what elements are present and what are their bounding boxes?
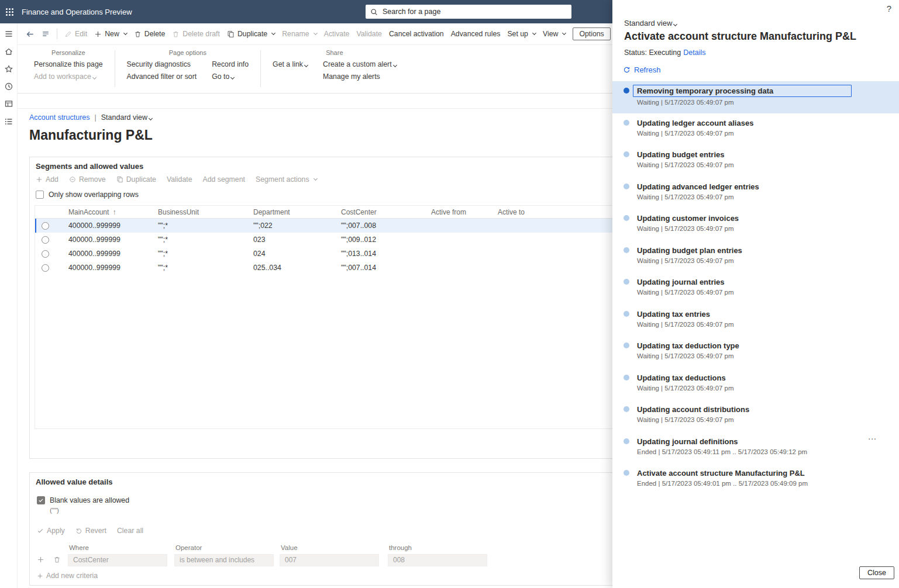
back-button[interactable] — [26, 30, 35, 39]
security-diagnostics-button[interactable]: Security diagnostics — [127, 60, 197, 68]
row-radio[interactable] — [42, 264, 49, 272]
task-item[interactable]: Updating budget entriesWaiting | 5/17/20… — [612, 145, 899, 177]
task-item[interactable]: Updating tax deductionsWaiting | 5/17/20… — [612, 368, 899, 400]
task-item[interactable]: Updating tax entriesWaiting | 5/17/2023 … — [612, 305, 899, 337]
remove-button[interactable]: Remove — [69, 175, 106, 184]
delete-button[interactable]: Delete — [134, 30, 166, 38]
task-status-dot — [624, 343, 629, 348]
options-button[interactable]: Options — [573, 27, 610, 40]
view-button[interactable]: View — [543, 30, 566, 38]
record-info-button[interactable]: Record info — [212, 60, 249, 68]
apply-button[interactable]: Apply — [37, 527, 65, 535]
validate-structure-button[interactable]: Validate — [167, 175, 192, 184]
sort-ascending-icon: ↑ — [112, 208, 116, 216]
create-custom-alert-button[interactable]: Create a custom alert — [323, 60, 397, 68]
duplicate-row-button[interactable]: Duplicate — [116, 175, 156, 184]
set-up-button[interactable]: Set up — [507, 30, 536, 38]
overlap-checkbox[interactable] — [36, 191, 44, 199]
column-header-mainaccount[interactable]: MainAccount↑ — [68, 208, 158, 216]
cell-costcenter: "";007..008 — [341, 222, 431, 230]
advanced-rules-button[interactable]: Advanced rules — [451, 30, 501, 38]
task-status-dot — [624, 470, 629, 476]
trash-icon — [134, 30, 142, 38]
add-new-criteria-button[interactable]: Add new criteria — [37, 572, 98, 580]
criteria-through-field[interactable]: 008 — [388, 554, 487, 566]
add-to-workspace-button[interactable]: Add to workspace — [34, 72, 103, 81]
column-header-department[interactable]: Department — [253, 208, 341, 216]
task-list-button[interactable] — [42, 30, 50, 38]
column-header-businessunit[interactable]: BusinessUnit — [158, 208, 253, 216]
recent-clock-icon[interactable] — [4, 82, 13, 91]
clear-all-button[interactable]: Clear all — [117, 527, 143, 535]
row-radio[interactable] — [42, 250, 49, 258]
details-link[interactable]: Details — [683, 49, 705, 57]
activate-button[interactable]: Activate — [324, 30, 350, 38]
revert-button[interactable]: Revert — [75, 527, 106, 535]
chevron-down-icon — [314, 177, 318, 181]
criteria-value-field[interactable]: 007 — [280, 554, 379, 566]
waffle-icon — [6, 8, 13, 16]
personalize-this-page-button[interactable]: Personalize this page — [34, 60, 103, 68]
segment-actions-button[interactable]: Segment actions — [256, 175, 317, 184]
modules-list-icon[interactable] — [4, 117, 13, 126]
task-item[interactable]: Updating journal definitionsEnded | 5/17… — [612, 432, 899, 464]
nav-menu-icon[interactable] — [4, 29, 13, 39]
close-button[interactable]: Close — [859, 566, 894, 579]
task-status-dot — [624, 279, 629, 285]
task-item[interactable]: Updating customer invoicesWaiting | 5/17… — [612, 209, 899, 241]
copy-icon — [227, 30, 235, 38]
cell-mainaccount: 400000..999999 — [68, 250, 158, 258]
go-to-button[interactable]: Go to — [212, 72, 249, 81]
row-radio[interactable] — [42, 236, 49, 244]
breadcrumb-account-structures-link[interactable]: Account structures — [29, 113, 90, 122]
new-button[interactable]: New — [94, 30, 127, 38]
task-item[interactable]: Updating account distributionsWaiting | … — [612, 400, 899, 432]
task-item[interactable]: Updating tax deduction typeWaiting | 5/1… — [612, 336, 899, 368]
validate-button[interactable]: Validate — [356, 30, 382, 38]
ribbon-divider — [115, 50, 115, 87]
row-radio[interactable] — [42, 222, 49, 230]
edit-button[interactable]: Edit — [64, 30, 87, 38]
help-icon[interactable]: ? — [887, 4, 891, 13]
add-segment-button[interactable]: Add segment — [202, 175, 244, 184]
check-icon — [38, 497, 44, 503]
global-search[interactable] — [366, 5, 571, 19]
column-header-active-from[interactable]: Active from — [431, 208, 498, 216]
favorites-star-icon[interactable] — [4, 64, 13, 74]
more-options-icon[interactable]: ... — [868, 432, 877, 441]
delete-criteria-row-button[interactable] — [53, 556, 61, 563]
get-a-link-button[interactable]: Get a link — [273, 60, 308, 68]
task-item[interactable]: Updating journal entriesWaiting | 5/17/2… — [612, 272, 899, 305]
criteria-operator-field[interactable]: is between and includes — [174, 554, 274, 566]
task-item[interactable]: Updating ledger account aliasesWaiting |… — [612, 113, 899, 146]
chevron-down-icon — [532, 31, 536, 35]
rename-button[interactable]: Rename — [282, 30, 316, 38]
chevron-down-icon — [314, 31, 318, 35]
app-launcher-button[interactable] — [0, 0, 19, 23]
ribbon-group-page-options: Page options Security diagnostics Advanc… — [127, 49, 249, 93]
manage-my-alerts-button[interactable]: Manage my alerts — [323, 72, 397, 81]
column-header-costcenter[interactable]: CostCenter — [341, 208, 431, 216]
cancel-activation-button[interactable]: Cancel activation — [389, 30, 444, 38]
duplicate-button[interactable]: Duplicate — [227, 30, 275, 38]
task-item[interactable]: Updating advanced ledger entriesWaiting … — [612, 177, 899, 209]
add-button[interactable]: Add — [36, 175, 58, 184]
task-item[interactable]: Activate account structure Manufacturing… — [612, 464, 899, 496]
panel-view-selector[interactable]: Standard view — [624, 19, 677, 27]
plus-icon — [36, 176, 43, 183]
home-icon[interactable] — [4, 47, 13, 56]
search-input[interactable] — [381, 7, 567, 16]
delete-draft-button[interactable]: Delete draft — [172, 30, 220, 38]
refresh-button[interactable]: Refresh — [623, 65, 661, 74]
add-criteria-row-button[interactable] — [37, 556, 44, 563]
task-item[interactable]: Removing temporary processing dataWaitin… — [612, 81, 899, 113]
task-item[interactable]: Updating budget plan entriesWaiting | 5/… — [612, 241, 899, 273]
advanced-filter-sort-button[interactable]: Advanced filter or sort — [127, 72, 197, 81]
criteria-column-operator: Operator — [175, 544, 202, 551]
workspaces-icon[interactable] — [4, 99, 13, 109]
blank-values-checkbox[interactable] — [37, 496, 45, 504]
task-title: Updating journal definitions — [637, 437, 890, 447]
ribbon-divider — [260, 50, 261, 87]
view-selector[interactable]: Standard view — [101, 113, 152, 122]
criteria-where-field[interactable]: CostCenter — [68, 554, 167, 566]
